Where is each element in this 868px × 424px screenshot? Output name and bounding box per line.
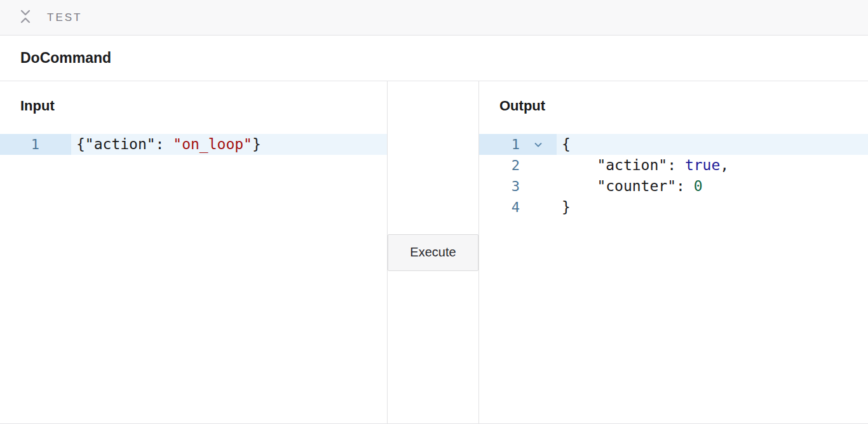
fold-gutter-spacer [39,134,71,155]
code-line: } [557,197,571,218]
section-label: TEST [47,11,82,24]
code-token-plain: "counter": [562,178,694,194]
code-token-plain: } [562,199,571,215]
code-token-number: 0 [694,178,703,194]
code-line: "counter": 0 [557,176,703,197]
test-panel: TEST DoCommand Input 1{"action": "on_loo… [0,0,868,424]
input-editor[interactable]: 1{"action": "on_loop"} [0,134,387,155]
fold-gutter-spacer [520,155,557,176]
execute-button[interactable]: Execute [388,234,478,271]
command-title-row: DoCommand [0,36,868,81]
code-token-plain: {"action": [76,136,173,152]
code-token-plain: "action": [562,157,685,173]
output-panel: Output 1{2 "action": true,3 "counter": 0… [479,81,868,423]
output-panel-title: Output [499,98,868,114]
line-number: 1 [479,134,520,155]
code-token-plain: } [252,136,261,152]
editor-line[interactable]: 1{ [479,134,868,155]
input-panel: Input 1{"action": "on_loop"} [0,81,388,423]
editor-gutter: 2 [479,155,557,176]
code-line: { [557,134,571,155]
middle-column: Execute [388,81,479,423]
line-number: 2 [479,155,520,176]
line-number: 1 [0,134,39,155]
editor-gutter: 4 [479,197,557,218]
editor-gutter: 1 [479,134,557,155]
code-token-bool: true [685,157,720,173]
input-panel-title: Input [20,98,387,114]
fold-gutter-spacer [520,176,557,197]
collapse-vertical-icon [19,8,32,27]
test-section-header: TEST [0,0,868,36]
editor-gutter: 1 [0,134,71,155]
editor-line[interactable]: 4} [479,197,868,218]
output-editor[interactable]: 1{2 "action": true,3 "counter": 04} [479,134,868,218]
editor-line[interactable]: 2 "action": true, [479,155,868,176]
code-token-string: "on_loop" [173,136,252,152]
code-token-plain: { [562,136,571,152]
editor-line[interactable]: 3 "counter": 0 [479,176,868,197]
main-area: Input 1{"action": "on_loop"} Execute Out… [0,81,868,424]
fold-chevron-down-icon[interactable] [520,134,557,155]
line-number: 4 [479,197,520,218]
line-number: 3 [479,176,520,197]
code-line: "action": true, [557,155,729,176]
fold-gutter-spacer [520,197,557,218]
code-token-plain: , [720,157,729,173]
code-line: {"action": "on_loop"} [71,134,261,155]
collapse-section-button[interactable] [19,9,32,27]
editor-gutter: 3 [479,176,557,197]
page-title: DoCommand [20,50,111,67]
editor-line[interactable]: 1{"action": "on_loop"} [0,134,387,155]
